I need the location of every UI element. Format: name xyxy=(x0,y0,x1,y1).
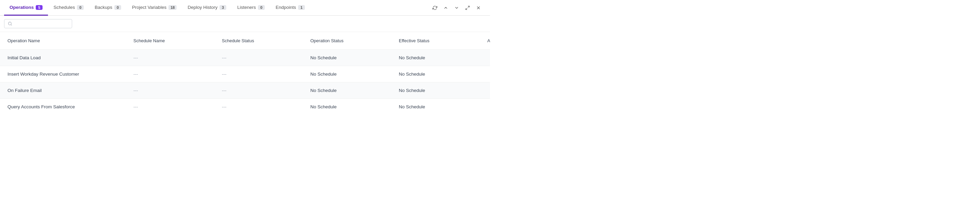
table-row: Initial Data Load --- --- No Schedule No… xyxy=(0,50,490,66)
search-input[interactable] xyxy=(14,21,68,26)
table-header: Operation Name Schedule Name Schedule St… xyxy=(0,32,490,50)
operations-table: Operation Name Schedule Name Schedule St… xyxy=(0,32,490,115)
cell-schedule-status: --- xyxy=(218,82,307,98)
tab-backups-badge: 0 xyxy=(115,5,121,10)
tab-endpoints-label: Endpoints xyxy=(275,5,296,10)
cell-operation-name: Initial Data Load xyxy=(4,50,130,66)
tab-project-variables-label: Project Variables xyxy=(132,5,166,10)
tab-listeners-badge: 0 xyxy=(258,5,265,10)
cell-schedule-status: --- xyxy=(218,50,307,66)
cell-actions xyxy=(484,50,490,66)
search-icon xyxy=(8,21,12,26)
cell-operation-name: Query Accounts From Salesforce xyxy=(4,99,130,115)
cell-effective-status: No Schedule xyxy=(395,50,484,66)
cell-operation-name: On Failure Email xyxy=(4,82,130,98)
cell-operation-name: Insert Workday Revenue Customer xyxy=(4,66,130,82)
cell-schedule-status: --- xyxy=(218,66,307,82)
cell-actions xyxy=(484,66,490,82)
tab-operations[interactable]: Operations 5 xyxy=(4,0,48,16)
svg-line-5 xyxy=(11,24,11,25)
col-operation-name: Operation Name xyxy=(4,35,130,46)
up-icon[interactable] xyxy=(441,3,450,13)
cell-operation-status: No Schedule xyxy=(307,50,395,66)
svg-line-1 xyxy=(466,8,467,10)
cell-schedule-name: --- xyxy=(130,82,218,98)
refresh-icon[interactable] xyxy=(430,3,440,13)
tab-schedules-badge: 0 xyxy=(77,5,84,10)
tab-deploy-history[interactable]: Deploy History 3 xyxy=(182,0,232,16)
col-operation-status: Operation Status xyxy=(307,35,395,46)
table-row: Insert Workday Revenue Customer --- --- … xyxy=(0,66,490,82)
tab-project-variables-badge: 18 xyxy=(169,5,177,10)
tab-operations-badge: 5 xyxy=(36,5,43,10)
tab-endpoints-badge: 1 xyxy=(298,5,305,10)
col-actions: Actions xyxy=(484,35,490,46)
cell-schedule-status: --- xyxy=(218,99,307,115)
cell-effective-status: No Schedule xyxy=(395,99,484,115)
expand-icon[interactable] xyxy=(463,3,472,13)
tab-listeners-label: Listeners xyxy=(237,5,256,10)
tab-project-variables[interactable]: Project Variables 18 xyxy=(127,0,182,16)
table-row: On Failure Email --- --- No Schedule No … xyxy=(0,82,490,98)
cell-operation-status: No Schedule xyxy=(307,99,395,115)
cell-actions xyxy=(484,82,490,98)
tab-endpoints[interactable]: Endpoints 1 xyxy=(270,0,310,16)
svg-line-0 xyxy=(468,6,469,7)
col-schedule-name: Schedule Name xyxy=(130,35,218,46)
search-bar xyxy=(0,16,490,32)
tab-bar: Operations 5 Schedules 0 Backups 0 Proje… xyxy=(0,0,490,16)
col-schedule-status: Schedule Status xyxy=(218,35,307,46)
tab-operations-label: Operations xyxy=(10,5,34,10)
cell-actions xyxy=(484,99,490,115)
cell-operation-status: No Schedule xyxy=(307,66,395,82)
cell-effective-status: No Schedule xyxy=(395,82,484,98)
tab-backups-label: Backups xyxy=(95,5,112,10)
tab-schedules[interactable]: Schedules 0 xyxy=(48,0,89,16)
cell-schedule-name: --- xyxy=(130,50,218,66)
close-icon[interactable] xyxy=(474,3,483,13)
cell-schedule-name: --- xyxy=(130,66,218,82)
tab-deploy-history-label: Deploy History xyxy=(188,5,218,10)
tab-backups[interactable]: Backups 0 xyxy=(89,0,127,16)
cell-schedule-name: --- xyxy=(130,99,218,115)
tab-schedules-label: Schedules xyxy=(53,5,75,10)
tab-deploy-history-badge: 3 xyxy=(220,5,226,10)
toolbar-icons xyxy=(427,3,486,13)
cell-effective-status: No Schedule xyxy=(395,66,484,82)
search-input-wrapper[interactable] xyxy=(4,19,72,28)
cell-operation-status: No Schedule xyxy=(307,82,395,98)
col-effective-status: Effective Status xyxy=(395,35,484,46)
table-row: Query Accounts From Salesforce --- --- N… xyxy=(0,98,490,115)
tab-listeners[interactable]: Listeners 0 xyxy=(232,0,270,16)
down-icon[interactable] xyxy=(452,3,461,13)
